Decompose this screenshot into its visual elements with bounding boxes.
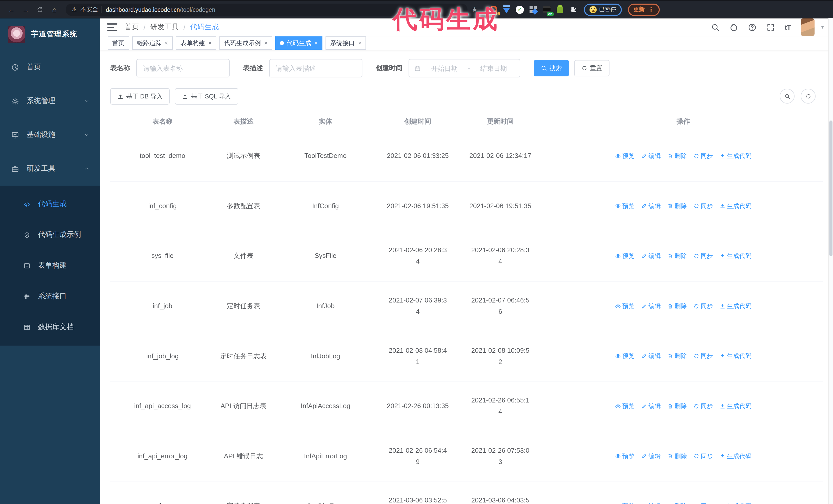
delete-link[interactable]: 删除: [667, 501, 687, 504]
generate-code-link[interactable]: 生成代码: [720, 301, 752, 311]
edit-link[interactable]: 编辑: [641, 501, 661, 504]
sidebar-item-home[interactable]: 首页: [0, 50, 100, 84]
edit-link[interactable]: 编辑: [641, 151, 661, 161]
import-sql-button[interactable]: 基于 SQL 导入: [175, 88, 238, 104]
preview-link[interactable]: 预览: [615, 401, 635, 411]
sync-link[interactable]: 同步: [694, 501, 713, 504]
sync-link[interactable]: 同步: [694, 401, 713, 411]
sidebar-item-codegen[interactable]: 代码生成: [0, 189, 100, 219]
update-browser-button[interactable]: 更新 ⋮: [628, 3, 660, 16]
reset-button[interactable]: 重置: [574, 60, 610, 76]
extension-switch-icon[interactable]: on: [542, 5, 551, 14]
table-name-input[interactable]: [136, 59, 230, 77]
sync-link[interactable]: 同步: [694, 251, 713, 262]
delete-link[interactable]: 删除: [667, 301, 687, 311]
delete-link[interactable]: 删除: [667, 151, 687, 161]
preview-link[interactable]: 预览: [615, 251, 635, 262]
sync-link[interactable]: 同步: [694, 451, 713, 461]
edit-link[interactable]: 编辑: [641, 251, 661, 262]
tag-tab-system-api[interactable]: 系统接口×: [326, 37, 366, 50]
breadcrumb-home[interactable]: 首页: [124, 23, 139, 32]
extension-check-icon[interactable]: ✓: [516, 5, 524, 14]
tag-tab-home[interactable]: 首页: [108, 37, 129, 50]
edit-link[interactable]: 编辑: [641, 351, 661, 361]
sync-link[interactable]: 同步: [694, 351, 713, 361]
toggle-search-button[interactable]: [780, 89, 794, 103]
edit-link[interactable]: 编辑: [641, 451, 661, 461]
start-date-input[interactable]: [425, 64, 464, 73]
github-icon[interactable]: [730, 23, 738, 31]
generate-code-link[interactable]: 生成代码: [720, 201, 752, 211]
sidebar-item-form-builder[interactable]: 表单构建: [0, 250, 100, 281]
preview-link[interactable]: 预览: [615, 451, 635, 461]
page-scrollbar[interactable]: [828, 18, 833, 504]
scrollbar-thumb[interactable]: [829, 120, 832, 256]
date-range-picker[interactable]: -: [408, 59, 520, 77]
browser-forward-icon[interactable]: →: [20, 3, 32, 16]
search-icon[interactable]: [711, 23, 720, 31]
close-tab-icon[interactable]: ×: [208, 40, 212, 47]
delete-link[interactable]: 删除: [667, 251, 687, 262]
tag-tab-codegen-demo[interactable]: 代码生成示例×: [219, 37, 272, 50]
generate-code-link[interactable]: 生成代码: [720, 451, 752, 461]
security-label: 不安全: [80, 6, 98, 13]
generate-code-link[interactable]: 生成代码: [720, 351, 752, 361]
tag-tab-codegen[interactable]: 代码生成×: [275, 37, 323, 50]
close-tab-icon[interactable]: ×: [358, 40, 361, 47]
generate-code-link[interactable]: 生成代码: [720, 151, 752, 161]
import-db-button[interactable]: 基于 DB 导入: [110, 88, 170, 104]
font-size-icon[interactable]: tT: [785, 23, 791, 31]
sidebar-item-infra[interactable]: 基础设施: [0, 118, 100, 152]
sidebar-toggle-icon[interactable]: [107, 23, 117, 31]
sidebar-item-devtools[interactable]: 研发工具: [0, 152, 100, 186]
delete-link[interactable]: 删除: [667, 401, 687, 411]
tag-tab-form-builder[interactable]: 表单构建×: [176, 37, 216, 50]
generate-code-link[interactable]: 生成代码: [720, 501, 752, 504]
edit-link[interactable]: 编辑: [641, 201, 661, 211]
app-logo-row[interactable]: 芋道管理系统: [0, 19, 100, 50]
browser-home-icon[interactable]: ⌂: [48, 3, 61, 16]
preview-link[interactable]: 预览: [615, 501, 635, 504]
refresh-table-button[interactable]: [801, 89, 815, 103]
close-tab-icon[interactable]: ×: [264, 40, 268, 47]
delete-link[interactable]: 删除: [667, 351, 687, 361]
browser-reload-icon[interactable]: [34, 3, 46, 16]
preview-link[interactable]: 预览: [615, 151, 635, 161]
paused-extension-pill[interactable]: 已暂停: [584, 3, 622, 16]
delete-link[interactable]: 删除: [667, 451, 687, 461]
extension-droid-icon[interactable]: [555, 5, 564, 14]
tag-tab-tracing[interactable]: 链路追踪×: [132, 37, 173, 50]
extensions-puzzle-icon[interactable]: [569, 5, 577, 14]
sidebar-item-db-doc[interactable]: 数据库文档: [0, 312, 100, 342]
sidebar-item-codegen-demo[interactable]: 代码生成示例: [0, 219, 100, 250]
preview-link[interactable]: 预览: [615, 351, 635, 361]
generate-code-link[interactable]: 生成代码: [720, 251, 752, 262]
fullscreen-icon[interactable]: [766, 23, 775, 31]
edit-link[interactable]: 编辑: [641, 401, 661, 411]
table-desc-input[interactable]: [269, 59, 362, 77]
breadcrumb-devtools[interactable]: 研发工具: [150, 23, 179, 32]
search-button[interactable]: 搜索: [533, 60, 569, 76]
help-icon[interactable]: [748, 23, 757, 31]
sync-link[interactable]: 同步: [694, 201, 713, 211]
extension-grid-icon[interactable]: [529, 5, 538, 14]
end-date-input[interactable]: [474, 64, 513, 73]
delete-link[interactable]: 删除: [667, 201, 687, 211]
edit-link[interactable]: 编辑: [641, 301, 661, 311]
kebab-menu-icon[interactable]: ⋮: [648, 6, 654, 13]
generate-code-link[interactable]: 生成代码: [720, 401, 752, 411]
close-tab-icon[interactable]: ×: [314, 40, 318, 47]
col-header-actions: 操作: [544, 112, 823, 131]
avatar-caret-icon[interactable]: ▼: [820, 25, 825, 30]
preview-link[interactable]: 预览: [615, 301, 635, 311]
sync-link[interactable]: 同步: [694, 151, 713, 161]
cell-actions: 预览 编辑 删除 同步 生成代码: [544, 131, 823, 181]
browser-back-icon[interactable]: ←: [5, 3, 18, 16]
sidebar-item-system-api[interactable]: 系统接口: [0, 281, 100, 312]
extension-gem-icon[interactable]: [502, 5, 511, 14]
preview-link[interactable]: 预览: [615, 201, 635, 211]
sidebar-item-system[interactable]: 系统管理: [0, 84, 100, 118]
close-tab-icon[interactable]: ×: [165, 40, 168, 47]
sync-link[interactable]: 同步: [694, 301, 713, 311]
user-avatar[interactable]: [801, 19, 814, 36]
